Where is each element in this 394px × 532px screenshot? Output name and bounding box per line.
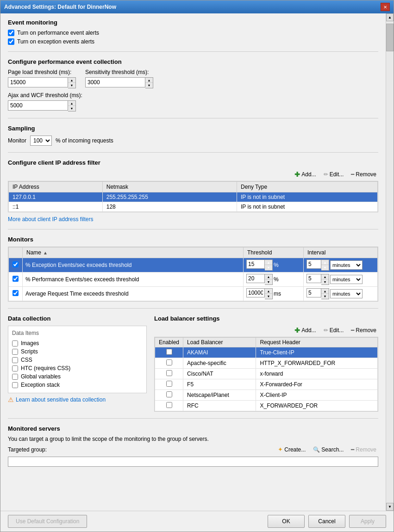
lb-name-cell: Netscape/iPlanet	[183, 390, 256, 401]
table-row[interactable]: % Performance Events/sec exceeds thresho…	[9, 272, 378, 287]
monitor-threshold-cell: ▲ ▼ ms	[244, 287, 304, 301]
lb-enabled-checkbox[interactable]	[166, 359, 172, 365]
lb-add-button[interactable]: ✚ Add...	[293, 326, 318, 335]
threshold-down[interactable]: ▼	[265, 279, 272, 285]
interval-unit-select[interactable]: minutes seconds hours	[330, 260, 363, 270]
scroll-up-button[interactable]: ▲	[386, 13, 394, 21]
threshold-down[interactable]: ▼	[265, 294, 272, 299]
lb-name-cell: AKAMAI	[183, 347, 256, 358]
lb-enabled-checkbox[interactable]	[166, 349, 172, 355]
edit-label: Edit...	[330, 171, 344, 178]
dc-css-checkbox[interactable]	[12, 357, 18, 363]
learn-link[interactable]: Learn about sensitive data collection	[16, 396, 106, 403]
ip-edit-button[interactable]: ✏ Edit...	[322, 170, 346, 179]
page-load-spin-down[interactable]: ▼	[68, 83, 75, 88]
interval-spinners: ▲ ▼	[321, 274, 329, 285]
interval-down[interactable]: ▼	[321, 279, 329, 285]
ok-button[interactable]: OK	[268, 515, 305, 528]
cancel-button[interactable]: Cancel	[308, 515, 345, 528]
lb-enabled-checkbox[interactable]	[166, 391, 172, 397]
exception-alerts-label: Turn on exception events alerts	[17, 38, 94, 45]
monitor-checkbox[interactable]	[13, 276, 19, 282]
table-row[interactable]: Average Request Time exceeds threshold ▲…	[9, 287, 378, 301]
threshold-input[interactable]	[246, 274, 265, 283]
create-button[interactable]: ✦ Create...	[276, 445, 307, 454]
sensitivity-spin-down[interactable]: ▼	[145, 83, 153, 88]
table-row[interactable]: RFC X_FORWARDED_FOR	[155, 401, 378, 411]
lb-enabled-checkbox[interactable]	[166, 370, 172, 376]
ip-filter-section: Configure client IP address filter ✚ Add…	[8, 159, 378, 223]
interval-up[interactable]: ▲	[321, 274, 329, 279]
ip-remove-button[interactable]: ━ Remove	[349, 170, 378, 179]
dc-global-checkbox[interactable]	[12, 374, 18, 380]
interval-down[interactable]: ▼	[321, 265, 329, 270]
targeted-remove-label: Remove	[356, 446, 376, 453]
lb-enabled-cell	[155, 401, 183, 411]
perf-alerts-checkbox[interactable]	[8, 30, 14, 36]
close-button[interactable]: ✕	[381, 3, 390, 11]
ip-table: IP Address Netmask Deny Type 127.0.0.1 2…	[8, 181, 378, 212]
table-row[interactable]: Apache-specific HTTP_X_FORWARDED_FOR	[155, 358, 378, 369]
scroll-thumb[interactable]	[386, 24, 394, 51]
apply-button[interactable]: Apply	[349, 515, 386, 528]
dc-htc-checkbox[interactable]	[12, 365, 18, 371]
targeted-group-row: Targeted group: ✦ Create... 🔍 Search... …	[8, 445, 378, 454]
dc-exception-checkbox[interactable]	[12, 382, 18, 388]
sensitivity-spin-up[interactable]: ▲	[145, 78, 153, 83]
threshold-input[interactable]	[246, 288, 265, 297]
dc-box: Data Items Images Scripts CSS	[8, 326, 147, 393]
threshold-input[interactable]	[246, 260, 265, 269]
interval-up[interactable]: ▲	[321, 289, 329, 294]
lb-remove-button[interactable]: ━ Remove	[349, 326, 378, 335]
table-row[interactable]: ::1 128 IP is not in subnet	[9, 202, 378, 212]
page-load-group: Page load threshold (ms): ▲ ▼	[8, 69, 76, 88]
ajax-spin-up[interactable]: ▲	[68, 101, 75, 106]
threshold-down[interactable]: ▼	[265, 265, 272, 270]
sensitivity-input[interactable]	[85, 77, 145, 87]
lb-enabled-checkbox[interactable]	[166, 402, 172, 408]
interval-input[interactable]	[306, 274, 321, 283]
monitor-check-cell	[9, 272, 23, 287]
lb-edit-button[interactable]: ✏ Edit...	[322, 326, 346, 335]
interval-input[interactable]	[306, 288, 321, 297]
lb-enabled-cell	[155, 358, 183, 369]
table-row[interactable]: % Exception Events/sec exceeds threshold…	[9, 258, 378, 272]
monitor-checkbox[interactable]	[13, 261, 19, 267]
page-load-spin-up[interactable]: ▲	[68, 78, 75, 83]
interval-unit-select[interactable]: minutes seconds hours	[330, 289, 363, 298]
use-default-button[interactable]: Use Default Configuration	[8, 515, 87, 528]
scrollbar: ▲ ▼	[386, 13, 394, 511]
threshold-up[interactable]: ▲	[265, 274, 272, 279]
interval-unit-select[interactable]: minutes seconds hours	[330, 275, 363, 284]
targeted-remove-button[interactable]: ━ Remove	[349, 445, 378, 454]
table-row[interactable]: F5 X-Forwarded-For	[155, 379, 378, 390]
interval-input[interactable]	[306, 260, 321, 269]
monitor-checkbox[interactable]	[13, 290, 19, 296]
scroll-down-button[interactable]: ▼	[386, 503, 394, 511]
dc-images-checkbox[interactable]	[12, 340, 18, 346]
add-label: Add...	[301, 171, 316, 178]
table-row[interactable]: 127.0.0.1 255.255.255.255 IP is not in s…	[9, 192, 378, 202]
threshold-up[interactable]: ▲	[265, 260, 272, 265]
interval-up[interactable]: ▲	[321, 260, 329, 265]
threshold-up[interactable]: ▲	[265, 289, 272, 294]
sampling-select[interactable]: 100 50 25 10	[30, 136, 52, 146]
threshold-spinners: ▲ ▼	[265, 288, 273, 299]
targeted-group-input[interactable]	[8, 457, 378, 467]
dc-item-scripts: Scripts	[12, 347, 143, 356]
dc-scripts-checkbox[interactable]	[12, 349, 18, 355]
add-icon: ✚	[294, 327, 300, 334]
lb-enabled-checkbox[interactable]	[166, 381, 172, 387]
table-row[interactable]: Netscape/iPlanet X-Client-IP	[155, 390, 378, 401]
dc-images-label: Images	[21, 340, 39, 346]
exception-alerts-checkbox[interactable]	[8, 38, 14, 45]
table-row[interactable]: Cisco/NAT x-forward	[155, 369, 378, 379]
interval-down[interactable]: ▼	[321, 294, 329, 299]
ip-add-button[interactable]: ✚ Add...	[293, 170, 318, 179]
ajax-spin-down[interactable]: ▼	[68, 106, 75, 111]
ajax-input[interactable]	[8, 100, 68, 111]
search-button[interactable]: 🔍 Search...	[311, 445, 345, 454]
ip-more-link[interactable]: More about client IP address filters	[8, 216, 94, 223]
page-load-input[interactable]	[8, 77, 68, 87]
table-row[interactable]: AKAMAI True-Client-IP	[155, 347, 378, 358]
